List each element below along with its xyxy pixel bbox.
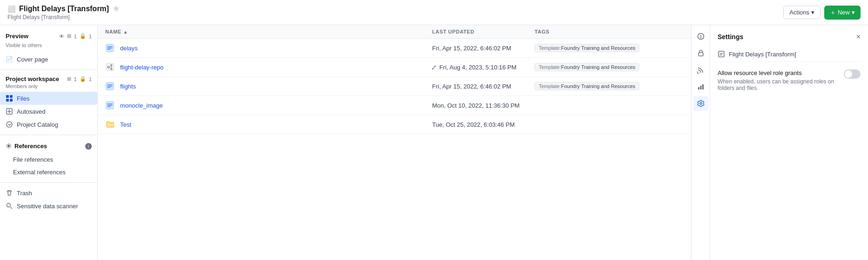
right-panel: Settings × Flight Delays [Transform] All… [691, 25, 868, 260]
sidebar-divider-1 [0, 69, 97, 70]
references-label: References [14, 143, 47, 150]
autosaved-label: Autosaved [17, 108, 45, 115]
new-button[interactable]: ＋ New ▾ [824, 6, 861, 20]
folder-icon [105, 120, 115, 129]
svg-rect-17 [700, 86, 701, 89]
dataset-icon [105, 43, 115, 53]
tag-badge: Template: Foundry Training and Resources [535, 82, 639, 90]
app-header: ⬜ Flight Delays [Transform] ★ Flight Del… [0, 0, 868, 25]
sidebar-divider-2 [0, 135, 97, 135]
sidebar-item-sensitive-data[interactable]: Sensitive data scanner [0, 199, 97, 212]
preview-lock-count: 1 [89, 34, 92, 39]
svg-rect-18 [702, 84, 704, 89]
preview-visible-label: Visible to others [0, 42, 97, 48]
autosaved-icon [6, 108, 13, 115]
panel-icon-settings[interactable] [693, 96, 708, 111]
close-icon[interactable]: × [856, 33, 861, 41]
sidebar-item-trash[interactable]: Trash [0, 186, 97, 199]
asterisk-icon: ✳ [6, 142, 12, 151]
files-icon [6, 95, 13, 102]
table-row[interactable]: flights Fri, Apr 15, 2022, 6:46:02 PM Te… [98, 77, 691, 96]
workspace-lock-icon: 🔒 [80, 76, 86, 82]
external-references-label: External references [13, 169, 66, 176]
plus-icon: ＋ [830, 8, 836, 17]
file-name: flight-delay-repo [120, 64, 163, 71]
table-row[interactable]: flight-delay-repo ⑇ Fri, Aug 4, 2023, 5:… [98, 58, 691, 77]
panel-icon-lock[interactable] [693, 46, 708, 61]
references-info-icon[interactable]: i [85, 143, 92, 150]
panel-icon-feed[interactable] [693, 62, 708, 77]
option-description: When enabled, users can be assigned role… [718, 78, 838, 91]
sidebar-item-project-catalog[interactable]: Project Catalog [0, 118, 97, 131]
role-grants-toggle[interactable] [844, 69, 861, 79]
tag-badge: Template: Foundry Training and Resources [535, 63, 639, 71]
settings-item-name: Flight Delays [Transform] [718, 47, 861, 62]
sensitive-data-label: Sensitive data scanner [17, 203, 78, 210]
table-row[interactable]: delays Fri, Apr 15, 2022, 6:46:02 PM Tem… [98, 39, 691, 58]
sort-arrow-icon: ▲ [123, 29, 128, 34]
workspace-table-count: 1 [74, 76, 77, 82]
tag-badge: Template: Foundry Training and Resources [535, 44, 639, 52]
sidebar-item-cover-page[interactable]: 📄 Cover page [0, 53, 97, 66]
file-name: flights [120, 83, 136, 90]
workspace-lock-count: 1 [89, 76, 92, 82]
search-icon [6, 202, 13, 210]
actions-label: Actions [789, 9, 809, 16]
star-icon[interactable]: ★ [113, 4, 119, 13]
cover-page-label: Cover page [17, 56, 48, 63]
table-row[interactable]: monocle_image Mon, Oct 10, 2022, 11:36:3… [98, 96, 691, 115]
settings-item-label: Flight Delays [Transform] [729, 51, 796, 58]
col-header-updated: LAST UPDATED [432, 29, 535, 34]
file-date: ⑇ Fri, Aug 4, 2023, 5:10:16 PM [432, 64, 535, 71]
preview-icons: 👁 ⊞ 1 🔒 1 [59, 33, 92, 39]
sidebar-item-files[interactable]: Files [0, 92, 97, 105]
references-header: ✳ References i [0, 139, 97, 153]
svg-rect-1 [10, 95, 13, 98]
panel-settings-content: Settings × Flight Delays [Transform] All… [710, 25, 868, 260]
workspace-header: Project workspace ⊞ 1 🔒 1 [0, 74, 97, 83]
workspace-subtitle: Members only [0, 83, 97, 89]
file-name-cell: flights [105, 82, 432, 91]
svg-rect-2 [6, 99, 9, 102]
svg-rect-15 [698, 53, 703, 56]
chevron-down-icon: ▾ [852, 9, 855, 16]
image-icon [105, 101, 115, 110]
sidebar-item-file-references[interactable]: File references [0, 153, 97, 166]
chevron-down-icon: ▾ [811, 9, 814, 16]
svg-rect-0 [6, 95, 9, 98]
file-name-cell: flight-delay-repo [105, 62, 432, 72]
trash-icon [6, 189, 13, 197]
preview-title: Preview [6, 33, 28, 40]
files-label: Files [17, 95, 29, 102]
panel-icon-chart[interactable] [693, 79, 708, 94]
file-references-label: File references [13, 156, 53, 163]
catalog-icon [6, 121, 13, 128]
header-left: ⬜ Flight Delays [Transform] ★ Flight Del… [7, 4, 119, 21]
table-row[interactable]: Test Tue, Oct 25, 2022, 6:03:46 PM [98, 115, 691, 134]
col-header-name[interactable]: NAME ▲ [105, 29, 432, 34]
settings-title: Settings [718, 33, 743, 41]
window-icon: ⬜ [7, 5, 15, 13]
lock-icon: 🔒 [80, 33, 86, 39]
content-area: NAME ▲ LAST UPDATED TAGS delays [98, 25, 691, 260]
table-header: NAME ▲ LAST UPDATED TAGS [98, 25, 691, 39]
repo-icon [105, 62, 115, 72]
sidebar: Preview 👁 ⊞ 1 🔒 1 Visible to others 📄 Co… [0, 25, 98, 260]
eye-icon[interactable]: 👁 [59, 34, 64, 39]
panel-icon-info[interactable] [693, 29, 708, 44]
preview-section: Preview 👁 ⊞ 1 🔒 1 [0, 31, 97, 41]
sidebar-item-autosaved[interactable]: Autosaved [0, 105, 97, 118]
file-tags: Template: Foundry Training and Resources [535, 44, 665, 52]
sidebar-item-external-references[interactable]: External references [0, 166, 97, 178]
panel-icon-strip [692, 25, 710, 260]
actions-button[interactable]: Actions ▾ [783, 6, 821, 19]
file-name: delays [120, 45, 138, 52]
file-name-cell: delays [105, 43, 432, 53]
file-date: Fri, Apr 15, 2022, 6:46:02 PM [432, 83, 535, 90]
svg-point-5 [7, 122, 12, 127]
page-title: Flight Delays [Transform] [19, 5, 109, 13]
file-date: Tue, Oct 25, 2022, 6:03:46 PM [432, 121, 535, 128]
file-table: NAME ▲ LAST UPDATED TAGS delays [98, 25, 691, 260]
settings-option-text: Allow resource level role grants When en… [718, 69, 838, 91]
svg-rect-3 [10, 99, 13, 102]
